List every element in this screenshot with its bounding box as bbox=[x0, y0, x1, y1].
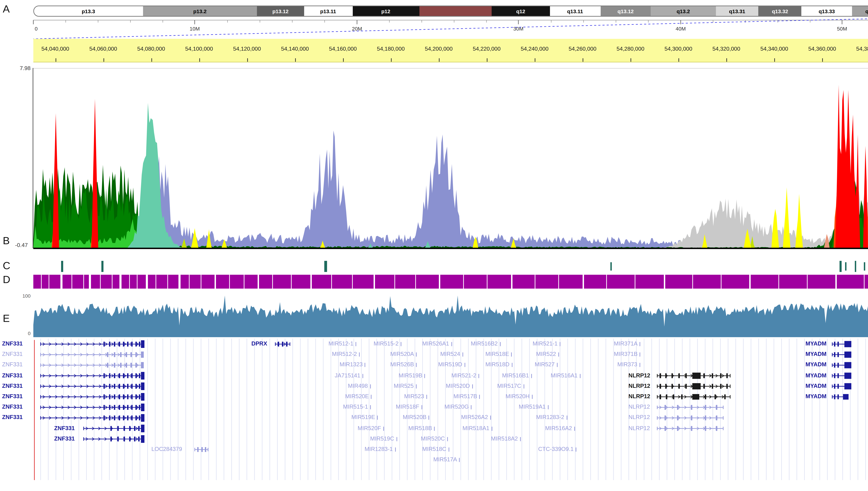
cpg-island-mark bbox=[325, 261, 327, 272]
gene-label-mir518c: MIR518C bbox=[422, 446, 449, 453]
cg-ymin-label: 0 bbox=[18, 331, 31, 336]
coordinate-tick bbox=[391, 58, 391, 62]
gene-body-tick bbox=[459, 458, 460, 462]
gene-body-tick bbox=[566, 416, 567, 420]
cpg-sites-gap bbox=[83, 275, 84, 289]
gene-body-tick bbox=[383, 426, 384, 431]
coordinate-tick bbox=[343, 58, 344, 62]
cpg-sites-gap bbox=[487, 275, 488, 289]
coordinate-label: 54,160,000 bbox=[329, 46, 357, 52]
coordinate-tick bbox=[103, 58, 104, 62]
coordinate-tick bbox=[582, 58, 583, 62]
gene-label-myadm: MYADM bbox=[806, 341, 826, 348]
gene-label-mir520a: MIR520A bbox=[390, 351, 417, 358]
coordinate-tick bbox=[295, 58, 296, 62]
gene-body-tick bbox=[416, 384, 416, 388]
cpg-island-mark bbox=[839, 261, 841, 272]
gene-label-mir516a2: MIR516A2 bbox=[545, 425, 575, 432]
gene-label-znf331: ZNF331 bbox=[2, 372, 23, 379]
chromatin-state-signal-plot bbox=[33, 68, 868, 248]
coordinate-label: 54,200,000 bbox=[425, 46, 453, 52]
gene-body-tick bbox=[511, 363, 512, 367]
coordinate-label: 54,220,000 bbox=[473, 46, 500, 52]
gene-label-mir520g: MIR520G bbox=[444, 404, 471, 411]
cpg-sites-gap bbox=[606, 275, 607, 289]
gene-label-myadm: MYADM bbox=[806, 383, 826, 390]
gene-body-tick bbox=[377, 416, 378, 420]
coordinate-tick bbox=[535, 58, 535, 62]
gene-label-mir1323: MIR1323 bbox=[340, 362, 365, 369]
gene-label-mir520b: MIR520B bbox=[403, 414, 429, 422]
coordinate-label: 54,340,000 bbox=[760, 46, 788, 52]
cpg-sites-gap bbox=[535, 275, 535, 289]
gene-body-tick bbox=[523, 384, 524, 388]
gene-label-mir520f: MIR520F bbox=[358, 425, 384, 432]
cpg-sites-gap bbox=[41, 275, 42, 289]
cpg-sites-track bbox=[33, 275, 868, 289]
coordinate-tick bbox=[55, 58, 56, 62]
gene-label-mir371b: MIR371B bbox=[614, 351, 641, 358]
cpg-sites-gap bbox=[100, 275, 101, 289]
gene-label-znf331: ZNF331 bbox=[2, 351, 23, 358]
cpg-island-mark bbox=[864, 262, 865, 271]
gene-label-mir519d: MIR519D bbox=[438, 362, 465, 369]
signal-ymin-label: -0.47 bbox=[10, 242, 28, 248]
gene-label-mir524: MIR524 bbox=[440, 351, 463, 358]
cpg-sites-gap bbox=[394, 275, 395, 289]
cpg-sites-gap bbox=[415, 275, 416, 289]
gene-body-tick bbox=[558, 353, 559, 357]
gene-label-mir518f: MIR518F bbox=[396, 404, 422, 411]
cpg-sites-gap bbox=[635, 275, 635, 289]
cpg-sites-gap bbox=[559, 275, 559, 289]
gene-label-znf331: ZNF331 bbox=[54, 425, 75, 432]
gene-label-mir520d: MIR520D bbox=[446, 383, 472, 390]
gene-body-tick bbox=[359, 353, 360, 357]
gene-label-mir520e: MIR520E bbox=[345, 393, 372, 400]
gene-label-mir498: MIR498 bbox=[348, 383, 371, 390]
gene-body-tick bbox=[640, 353, 641, 357]
gene-body-tick bbox=[401, 342, 401, 346]
cpg-island-mark bbox=[101, 261, 103, 272]
gene-label-znf331: ZNF331 bbox=[2, 404, 23, 411]
gene-body-tick bbox=[640, 363, 640, 367]
gene-body-tick bbox=[395, 447, 396, 452]
gene-body-tick bbox=[472, 384, 472, 388]
gene-body-tick bbox=[511, 353, 512, 357]
gene-label-mir518b: MIR518B bbox=[408, 425, 435, 432]
gene-body-tick bbox=[531, 374, 532, 378]
gene-label-mir518a1: MIR518A1 bbox=[462, 425, 492, 432]
gene-label-nlrp12: NLRP12 bbox=[628, 414, 650, 422]
gene-label-mir1283-1: MIR1283-1 bbox=[364, 446, 396, 453]
gene-body-tick bbox=[462, 353, 463, 357]
cpg-sites-gap bbox=[119, 275, 121, 289]
gene-label-znf331: ZNF331 bbox=[2, 414, 23, 422]
cpg-sites-gap bbox=[129, 275, 130, 289]
gene-label-nlrp12: NLRP12 bbox=[628, 425, 650, 432]
figure-stage: A B C D E p13.3p13.2p13.12p13.11p12q12q1… bbox=[0, 0, 868, 491]
gene-body-tick bbox=[447, 437, 447, 441]
gene-body-tick bbox=[365, 363, 365, 367]
gene-label-mir523: MIR523 bbox=[404, 393, 427, 400]
gene-body-tick bbox=[371, 395, 372, 399]
gene-label-mir526a2: MIR526A2 bbox=[461, 414, 491, 422]
coordinate-tick bbox=[439, 58, 439, 62]
gene-label-loc284379: LOC284379 bbox=[152, 446, 182, 453]
gene-label-znf331: ZNF331 bbox=[2, 393, 23, 400]
coordinate-strip: 54,040,00054,060,00054,080,00054,100,000… bbox=[33, 39, 868, 62]
cpg-sites-gap bbox=[243, 275, 244, 289]
cg-ymax-label: 100 bbox=[18, 293, 31, 298]
gene-label-mir515-1: MIR515-1 bbox=[343, 404, 371, 411]
cpg-sites-gap bbox=[663, 275, 665, 289]
cpg-sites-gap bbox=[778, 275, 779, 289]
genes-track: ZNF331ZNF331ZNF331ZNF331ZNF331ZNF331ZNF3… bbox=[0, 339, 868, 487]
gene-body-tick bbox=[370, 405, 371, 409]
coordinate-label: 54,060,000 bbox=[89, 46, 117, 52]
gene-label-nlrp12: NLRP12 bbox=[628, 372, 650, 379]
gene-body-tick bbox=[548, 405, 548, 409]
gene-label-mir512-1: MIR512-1 bbox=[328, 341, 356, 348]
cpg-sites-gap bbox=[60, 275, 62, 289]
cpg-sites-gap bbox=[310, 275, 311, 289]
gene-label-nlrp12: NLRP12 bbox=[628, 404, 650, 411]
cpg-sites-gap bbox=[89, 275, 91, 289]
cpg-sites-gap bbox=[864, 275, 865, 289]
